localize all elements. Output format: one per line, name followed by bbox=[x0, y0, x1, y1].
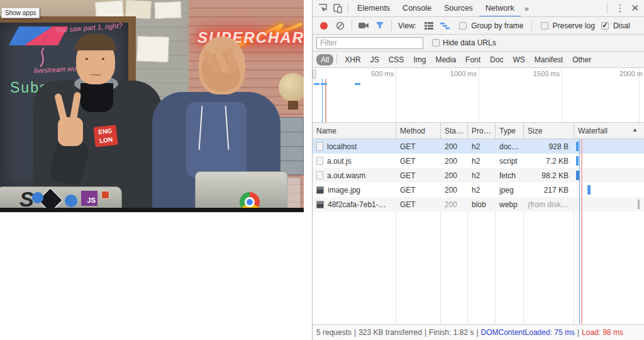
document-icon bbox=[316, 157, 323, 165]
column-header-size[interactable]: Size bbox=[524, 123, 574, 139]
smile bbox=[89, 73, 102, 76]
dcl-marker-line bbox=[322, 79, 323, 122]
column-header-waterfall[interactable]: Waterfall ▲ bbox=[574, 123, 644, 139]
network-summary-bar: 5 requests | 323 KB transferred | Finish… bbox=[313, 324, 644, 340]
divider bbox=[391, 20, 392, 31]
overview-request-bar bbox=[355, 83, 360, 85]
browser-window: SUPERCHARGED You saw part 1, right? live… bbox=[0, 0, 644, 340]
sticker-blue-splat bbox=[65, 195, 77, 207]
water-glass bbox=[287, 178, 301, 209]
type-filter-css[interactable]: CSS bbox=[384, 54, 409, 65]
table-row[interactable]: a.out.wasm GET 200 h2 fetch 98.2 KB bbox=[313, 168, 644, 183]
device-toolbar-icon[interactable] bbox=[330, 1, 345, 16]
table-row[interactable]: a.out.js GET 200 h2 script 7.2 KB bbox=[313, 154, 644, 168]
filter-row: Hide data URLs bbox=[313, 35, 644, 52]
hoodie-front-panel bbox=[186, 102, 247, 178]
load-marker-line bbox=[581, 139, 582, 324]
table-empty-area bbox=[313, 212, 644, 324]
transferred-size: 323 KB transferred bbox=[358, 328, 422, 337]
table-row[interactable]: localhost GET 200 h2 doc… 928 B bbox=[313, 139, 644, 154]
column-header-method[interactable]: Method bbox=[396, 123, 441, 139]
timeline-label: 1000 ms bbox=[438, 70, 477, 77]
filter-funnel-icon[interactable] bbox=[372, 18, 387, 33]
group-by-frame-checkbox[interactable] bbox=[459, 22, 467, 30]
column-header-status[interactable]: Sta… bbox=[441, 123, 468, 139]
document-icon bbox=[316, 171, 323, 179]
clear-icon[interactable] bbox=[333, 18, 348, 33]
network-overview-timeline[interactable]: 500 ms 1000 ms 1500 ms 2000 m bbox=[313, 68, 644, 123]
type-filter-doc[interactable]: Doc bbox=[486, 54, 508, 65]
laptop-rear bbox=[195, 171, 288, 210]
black-shirt bbox=[80, 83, 113, 112]
overview-request-bar bbox=[321, 83, 327, 85]
waterfall-bar bbox=[576, 142, 579, 151]
resource-type-filters: All XHR JS CSS Img Media Font Doc WS Man… bbox=[313, 52, 644, 68]
hide-data-urls-checkbox[interactable] bbox=[432, 39, 440, 47]
group-by-frame-label: Group by frame bbox=[471, 21, 523, 30]
filter-input[interactable] bbox=[316, 37, 423, 49]
table-row[interactable]: image.jpg GET 200 h2 jpeg 217 KB bbox=[313, 183, 644, 197]
close-devtools-icon[interactable]: ✕ bbox=[630, 3, 644, 14]
overview-drag-handle[interactable] bbox=[313, 69, 316, 79]
table-row[interactable]: 48f2cafa-7eb1-… GET 200 blob webp (from … bbox=[313, 197, 644, 212]
divider bbox=[348, 3, 348, 14]
preserve-log-checkbox[interactable] bbox=[541, 22, 548, 30]
hide-data-urls-label: Hide data URLs bbox=[443, 38, 496, 47]
disable-cache-label: Disal bbox=[613, 21, 630, 30]
chrome-logo-center bbox=[245, 197, 255, 207]
sticker-red bbox=[101, 191, 109, 199]
divider bbox=[607, 3, 608, 14]
disable-cache-checkbox[interactable] bbox=[601, 22, 609, 30]
tab-console[interactable]: Console bbox=[396, 0, 438, 17]
divider bbox=[531, 20, 532, 31]
waterfall-bar bbox=[638, 200, 640, 209]
type-filter-media[interactable]: Media bbox=[431, 54, 460, 65]
network-toolbar: View: Group by frame Preserve log Disal bbox=[313, 17, 644, 35]
more-tabs-icon[interactable]: » bbox=[521, 4, 533, 13]
view-waterfall-icon[interactable] bbox=[438, 18, 453, 33]
show-apps-tooltip: Show apps bbox=[1, 8, 40, 18]
load-marker-line bbox=[325, 79, 326, 122]
gridline bbox=[479, 68, 479, 122]
requests-table: Name Method Sta… Pro… Type Size Waterfal… bbox=[313, 123, 644, 324]
type-filter-font[interactable]: Font bbox=[461, 54, 485, 65]
tab-network[interactable]: Network bbox=[479, 0, 521, 17]
column-header-protocol[interactable]: Pro… bbox=[468, 123, 496, 139]
screenshot-camera-icon[interactable] bbox=[356, 18, 371, 33]
chalk-squiggle bbox=[35, 47, 50, 68]
view-list-icon[interactable] bbox=[421, 18, 436, 33]
video-player[interactable]: SUPERCHARGED You saw part 1, right? live… bbox=[0, 0, 304, 212]
waterfall-bar bbox=[576, 156, 579, 166]
sticker-js: JS bbox=[81, 191, 97, 206]
eye bbox=[86, 58, 88, 60]
gridline bbox=[396, 68, 396, 122]
column-header-name[interactable]: Name bbox=[313, 123, 396, 139]
type-filter-manifest[interactable]: Manifest bbox=[530, 54, 567, 65]
timeline-label: 500 ms bbox=[355, 70, 394, 77]
sort-ascending-icon: ▲ bbox=[632, 127, 638, 139]
devtools-panel: Elements Console Sources Network » ⋮ ✕ bbox=[312, 0, 644, 340]
type-filter-all[interactable]: All bbox=[316, 54, 333, 65]
eye bbox=[102, 58, 104, 60]
type-filter-ws[interactable]: WS bbox=[508, 54, 529, 65]
document-icon bbox=[316, 142, 323, 150]
type-filter-js[interactable]: JS bbox=[366, 54, 384, 65]
image-preview-icon bbox=[316, 186, 324, 194]
hoodie-patch: ENG LON bbox=[93, 125, 118, 147]
table-header: Name Method Sta… Pro… Type Size Waterfal… bbox=[313, 123, 644, 139]
dcl-marker-line bbox=[579, 139, 580, 324]
type-filter-img[interactable]: Img bbox=[409, 54, 430, 65]
inspect-element-icon[interactable] bbox=[315, 1, 330, 16]
tab-sources[interactable]: Sources bbox=[438, 0, 479, 17]
timeline-label: 1500 ms bbox=[521, 70, 560, 77]
type-filter-other[interactable]: Other bbox=[568, 54, 596, 65]
column-header-type[interactable]: Type bbox=[496, 123, 524, 139]
type-filter-xhr[interactable]: XHR bbox=[340, 54, 365, 65]
wall-sketch bbox=[136, 36, 169, 62]
record-button[interactable] bbox=[320, 22, 328, 30]
tab-elements[interactable]: Elements bbox=[351, 0, 396, 17]
devtools-menu-icon[interactable]: ⋮ bbox=[610, 3, 630, 14]
dom-content-loaded-time: DOMContentLoaded: 75 ms bbox=[481, 328, 575, 337]
image-preview-icon bbox=[316, 201, 324, 208]
overview-request-bar bbox=[314, 83, 319, 85]
